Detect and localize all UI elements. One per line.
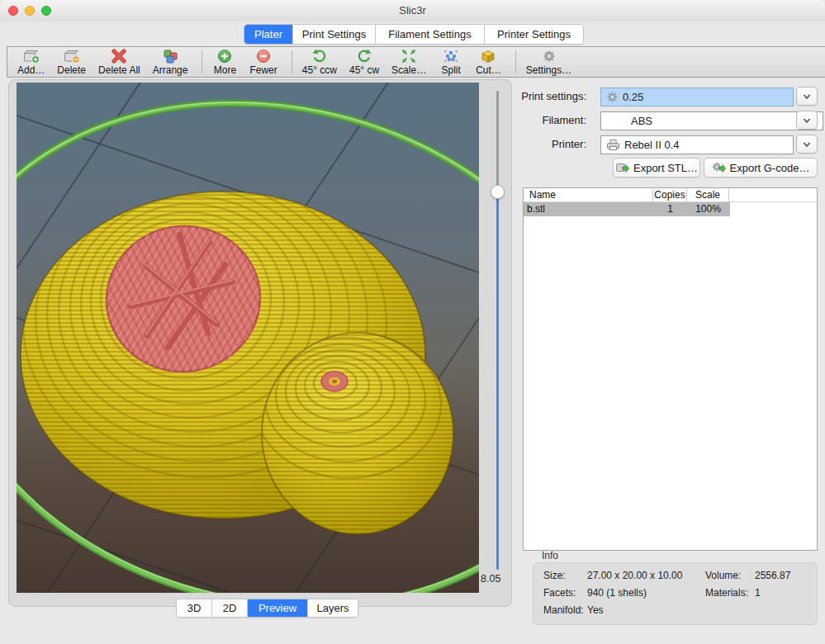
view-layers-button[interactable]: Layers (308, 599, 358, 617)
preview-3d-canvas[interactable] (17, 83, 479, 593)
info-section-title: Info (542, 550, 558, 561)
add-button[interactable]: Add… (17, 49, 45, 76)
model-small-dome-infill (321, 372, 348, 391)
export-gcode-label: Export G-code… (730, 162, 810, 174)
tab-filament-settings[interactable]: Filament Settings (376, 25, 485, 44)
filament-value: ABS (631, 115, 652, 127)
print-settings-label: Print settings: (495, 90, 586, 102)
fewer-button-label: Fewer (249, 64, 277, 76)
arrange-button[interactable]: Arrange (153, 49, 188, 76)
app-window: Slic3r Plater Print Settings Filament Se… (0, 0, 825, 644)
gear-icon (540, 49, 558, 64)
layer-slider-thumb[interactable] (491, 185, 505, 199)
printer-combo[interactable]: Rebel II 0.4 (600, 135, 794, 154)
view-preview-button[interactable]: Preview (248, 599, 308, 617)
tab-plater[interactable]: Plater (244, 25, 293, 44)
printer-icon (606, 139, 620, 151)
info-box: Size: 27.00 x 20.00 x 10.00 Volume: 2556… (533, 562, 818, 625)
print-settings-dropdown-button[interactable] (796, 87, 818, 106)
filament-combo[interactable]: ABS (600, 111, 823, 130)
arrange-cubes-icon (161, 49, 179, 64)
titlebar: Slic3r (0, 0, 825, 22)
scale-button[interactable]: Scale… (391, 49, 426, 76)
toolbar: Add… Delete Delete All (7, 46, 825, 78)
info-facets-label: Facets: (543, 587, 576, 599)
main-tabs: Plater Print Settings Filament Settings … (244, 24, 584, 45)
cut-button-label: Cut… (476, 64, 501, 76)
print-settings-value: 0.25 (623, 91, 643, 103)
info-facets-value: 940 (1 shells) (587, 587, 647, 599)
more-button[interactable]: More (212, 49, 237, 76)
row-name-cell: b.stl (524, 202, 653, 216)
minus-circle-icon (254, 49, 273, 64)
cut-button[interactable]: Cut… (476, 49, 501, 76)
preview-scene (17, 83, 479, 593)
object-list-header: Name Copies Scale (524, 188, 817, 202)
tab-print-settings[interactable]: Print Settings (293, 25, 376, 44)
split-button-label: Split (441, 64, 460, 76)
layer-slider-track-lower[interactable] (496, 192, 499, 570)
info-materials-label: Materials: (705, 587, 748, 599)
column-header-name[interactable]: Name (524, 188, 653, 201)
layer-slider[interactable] (490, 89, 505, 573)
print-settings-combo[interactable]: 0.25 (600, 88, 794, 107)
fewer-button[interactable]: Fewer (249, 49, 277, 76)
delete-all-button-label: Delete All (98, 64, 140, 76)
cut-cube-icon (479, 49, 497, 64)
printer-dropdown-button[interactable] (796, 135, 818, 154)
toolbar-separator (515, 50, 516, 73)
layer-slider-value: 8.05 (481, 573, 510, 585)
rotate-ccw-button-label: 45° ccw (302, 64, 337, 76)
info-manifold-value: Yes (587, 604, 604, 616)
view-mode-switch: 3D 2D Preview Layers (176, 599, 358, 618)
info-materials-value: 1 (755, 587, 761, 599)
printer-label: Printer: (495, 138, 586, 150)
column-header-copies[interactable]: Copies (653, 188, 687, 201)
info-volume-value: 2556.87 (755, 570, 790, 581)
window-title: Slic3r (0, 4, 825, 17)
info-size-value: 27.00 x 20.00 x 10.00 (587, 570, 682, 581)
export-stl-icon (615, 161, 629, 174)
tab-printer-settings[interactable]: Printer Settings (485, 25, 583, 44)
view-2d-button[interactable]: 2D (212, 599, 248, 617)
object-list-table[interactable]: Name Copies Scale b.stl 1 100% (523, 187, 818, 551)
rotate-ccw-icon (311, 49, 329, 64)
column-header-scale[interactable]: Scale (687, 188, 729, 201)
delete-all-button[interactable]: Delete All (98, 49, 140, 76)
delete-box-icon (63, 49, 81, 64)
toolbar-separator (202, 50, 202, 73)
gear-icon (606, 91, 619, 103)
rotate-cw-icon (355, 49, 373, 64)
add-button-label: Add… (17, 64, 45, 76)
tab-strip: Plater Print Settings Filament Settings … (0, 21, 825, 46)
split-dots-icon (442, 49, 460, 64)
rotate-cw-button[interactable]: 45° cw (349, 49, 379, 76)
info-manifold-label: Manifold: (543, 604, 584, 616)
add-box-icon (22, 49, 40, 64)
delete-all-icon (110, 49, 128, 64)
filament-label: Filament: (495, 114, 586, 126)
row-copies-cell: 1 (653, 202, 687, 216)
row-scale-cell: 100% (687, 202, 729, 216)
rotate-cw-button-label: 45° cw (349, 64, 379, 76)
rotate-ccw-button[interactable]: 45° ccw (302, 49, 337, 76)
delete-button[interactable]: Delete (57, 49, 86, 76)
toolbar-separator (292, 50, 292, 73)
scale-button-label: Scale… (391, 64, 426, 76)
more-button-label: More (214, 64, 236, 76)
chevron-down-icon (803, 141, 811, 148)
table-row-selected[interactable]: b.stl 1 100% (524, 202, 730, 216)
split-button[interactable]: Split (439, 49, 463, 76)
settings-button[interactable]: Settings… (526, 49, 571, 76)
delete-button-label: Delete (57, 64, 86, 76)
plus-circle-icon (216, 49, 234, 64)
scale-arrows-icon (400, 49, 418, 64)
chevron-down-icon (803, 93, 811, 100)
export-gcode-button[interactable]: Export G-code… (704, 158, 818, 178)
filament-dropdown-button[interactable] (796, 111, 818, 130)
arrange-button-label: Arrange (153, 64, 188, 76)
export-gcode-icon (712, 161, 726, 174)
view-3d-button[interactable]: 3D (177, 599, 212, 617)
export-stl-button[interactable]: Export STL… (613, 158, 700, 178)
export-stl-label: Export STL… (633, 162, 698, 174)
